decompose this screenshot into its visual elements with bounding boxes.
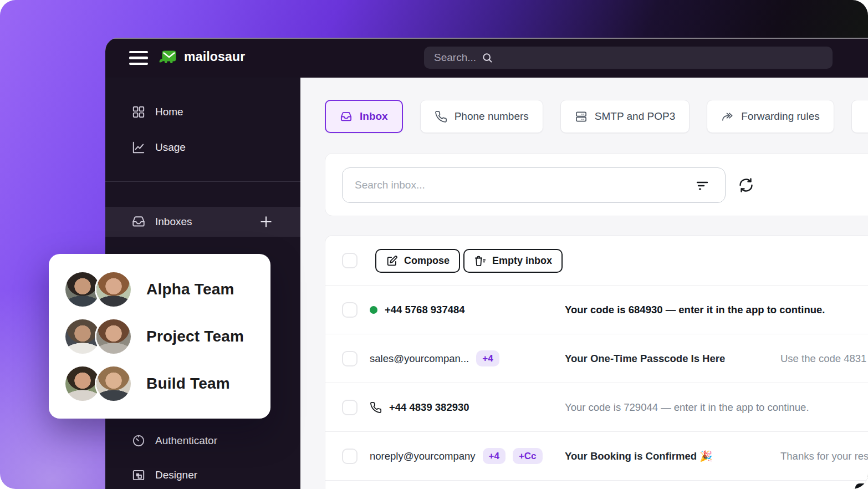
sidebar-item-label: Designer (155, 469, 197, 481)
avatar (96, 272, 131, 307)
tab-inbox[interactable]: Inbox (325, 100, 403, 133)
inbox-icon (340, 110, 353, 123)
message-snippet: Use the code 4831 (780, 353, 866, 365)
filter-button[interactable] (695, 178, 710, 193)
message-sender: +44 4839 382930 (370, 383, 469, 431)
chat-widget-button[interactable] (855, 483, 868, 489)
team-row-alpha[interactable]: Alpha Team (65, 272, 270, 307)
brand-name: mailosaur (184, 49, 245, 64)
message-list: Compose Empty inbox +44 5768 937484 Your… (325, 235, 868, 489)
recipient-count-badge: +4 (483, 448, 506, 464)
avatar (65, 319, 100, 354)
filter-icon (695, 178, 710, 193)
frame-icon (131, 468, 146, 482)
brand[interactable]: mailosaur (158, 48, 245, 65)
unread-dot-icon (370, 306, 377, 314)
message-sender: +44 5768 937484 (370, 286, 465, 334)
phone-icon (370, 401, 382, 414)
empty-inbox-label: Empty inbox (492, 255, 552, 267)
tab-smtp-pop3[interactable]: SMTP and POP3 (560, 100, 690, 133)
sidebar-item-authenticator[interactable]: Authenticator (105, 426, 300, 455)
teams-card: Alpha Team Project Team Build Team (49, 254, 270, 419)
team-avatars (65, 319, 131, 354)
screenshot-canvas: mailosaur Search... Home Usage Inboxes (0, 0, 868, 489)
compose-button[interactable]: Compose (375, 249, 460, 273)
tab-label: Inbox (360, 110, 388, 123)
team-name: Alpha Team (146, 281, 234, 298)
message-toolbar: Compose Empty inbox (325, 236, 868, 286)
hamburger-menu-icon[interactable] (129, 51, 148, 65)
tab-phone-numbers[interactable]: Phone numbers (420, 100, 543, 133)
sidebar-item-label: Usage (155, 141, 186, 154)
team-name: Project Team (146, 328, 244, 345)
avatar (96, 366, 131, 401)
message-subject: Your code is 684930 — enter it in the ap… (565, 304, 825, 316)
select-all-checkbox[interactable] (342, 253, 358, 268)
row-checkbox[interactable] (342, 302, 358, 318)
empty-inbox-button[interactable]: Empty inbox (463, 249, 563, 273)
compose-label: Compose (404, 255, 450, 267)
global-search-input[interactable]: Search... (424, 47, 833, 69)
inbox-search-input[interactable] (342, 167, 726, 203)
tab-bar: Inbox Phone numbers SMTP and POP3 Forwar… (325, 100, 868, 133)
refresh-button[interactable] (738, 177, 754, 193)
team-row-build[interactable]: Build Team (65, 366, 270, 401)
message-row-partial (325, 481, 868, 489)
tab-forwarding-rules[interactable]: Forwarding rules (707, 100, 834, 133)
message-subject: Your Booking is Confirmed 🎉 (565, 450, 712, 462)
team-avatars (65, 366, 131, 401)
forward-arrow-icon (721, 110, 734, 123)
sidebar-item-label: Authenticator (155, 435, 217, 447)
sidebar-item-label: Home (155, 106, 183, 118)
main-content: Inbox Phone numbers SMTP and POP3 Forwar… (300, 78, 868, 489)
row-checkbox[interactable] (342, 400, 358, 415)
chart-icon (131, 140, 146, 155)
tab-label: SMTP and POP3 (595, 110, 675, 123)
tab-security[interactable] (851, 100, 868, 133)
message-row[interactable]: +44 5768 937484 Your code is 684930 — en… (325, 286, 868, 334)
row-checkbox[interactable] (342, 351, 358, 366)
message-subject: Your code is 729044 — enter it in the ap… (565, 401, 809, 414)
avatar (65, 272, 100, 307)
sidebar-item-usage[interactable]: Usage (105, 133, 300, 162)
message-sender: sales@yourcompan... +4 (370, 334, 499, 383)
compose-icon (386, 255, 398, 267)
team-row-project[interactable]: Project Team (65, 319, 270, 354)
cc-badge: +Cc (513, 448, 543, 464)
message-row[interactable]: +44 4839 382930 Your code is 729044 — en… (325, 383, 868, 432)
sidebar-item-designer[interactable]: Designer (105, 461, 300, 489)
refresh-icon (738, 177, 754, 193)
mailosaur-dino-logo-icon (158, 48, 178, 65)
message-row[interactable]: noreply@yourcompany +4 +Cc Your Booking … (325, 432, 868, 481)
search-icon (482, 52, 493, 63)
sidebar-item-inboxes[interactable]: Inboxes (105, 207, 300, 237)
team-name: Build Team (146, 375, 230, 393)
global-search-placeholder: Search... (434, 52, 476, 64)
inbox-icon (131, 215, 146, 229)
server-icon (575, 110, 588, 123)
tab-label: Phone numbers (455, 110, 529, 123)
recipient-count-badge: +4 (476, 350, 499, 366)
grid-icon (131, 105, 146, 119)
sidebar-item-label: Inboxes (155, 216, 192, 228)
inbox-search-panel (325, 153, 868, 216)
tab-label: Forwarding rules (741, 110, 820, 123)
plus-icon (259, 215, 273, 229)
team-avatars (65, 272, 131, 307)
message-sender: noreply@yourcompany +4 +Cc (370, 432, 543, 480)
avatar (96, 319, 131, 354)
sidebar-item-home[interactable]: Home (105, 98, 300, 126)
row-checkbox[interactable] (342, 449, 358, 464)
trash-icon (474, 255, 486, 267)
message-snippet: Thanks for your res (780, 450, 868, 462)
phone-icon (435, 110, 447, 123)
add-inbox-button[interactable] (259, 215, 273, 229)
topbar: mailosaur Search... (105, 38, 868, 78)
timer-icon (131, 434, 146, 448)
message-row[interactable]: sales@yourcompan... +4 Your One-Time Pas… (325, 334, 868, 383)
sidebar-divider (105, 181, 300, 182)
avatar (65, 366, 100, 401)
message-subject: Your One-Time Passcode Is Here (565, 353, 725, 365)
